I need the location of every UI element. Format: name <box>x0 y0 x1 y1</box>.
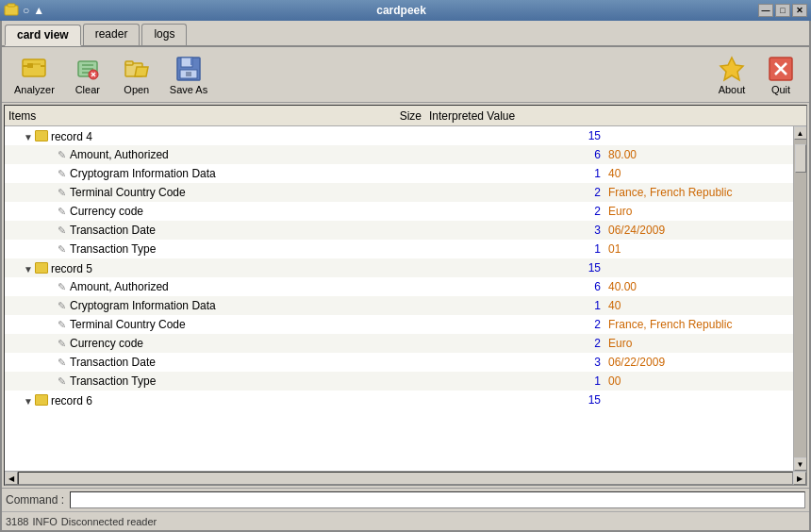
size-cell: 1 <box>557 296 604 315</box>
size-cell: 6 <box>557 145 604 164</box>
main-window: card view reader logs Analyzer <box>0 21 811 532</box>
folder-icon <box>35 394 48 406</box>
about-button[interactable]: About <box>709 50 754 99</box>
value-cell: Euro <box>604 334 793 353</box>
expand-icon[interactable]: ▼ <box>24 264 33 274</box>
command-input[interactable] <box>70 491 805 508</box>
title-bar: ○ ▲ cardpeek — □ ✕ <box>0 0 811 21</box>
status-code: 3188 <box>6 516 28 527</box>
value-cell <box>604 126 793 145</box>
analyzer-button[interactable]: Analyzer <box>8 50 61 99</box>
item-label: Transaction Date <box>70 224 156 237</box>
size-cell: 6 <box>557 277 604 296</box>
value-cell: 01 <box>604 240 793 258</box>
app-icon <box>4 3 19 18</box>
h-scroll-left[interactable]: ◀ <box>5 472 18 485</box>
value-cell: France, French Republic <box>604 315 793 334</box>
item-label: Cryptogram Information Data <box>70 167 216 180</box>
about-label: About <box>719 84 746 95</box>
value-cell: 80.00 <box>604 145 793 164</box>
size-cell: 2 <box>557 315 604 334</box>
edit-icon: ✎ <box>58 357 66 369</box>
table-row: ✎Cryptogram Information Data140 <box>5 164 793 183</box>
table-row: ✎Currency code2Euro <box>5 334 793 353</box>
size-cell: 1 <box>557 164 604 183</box>
quit-icon <box>766 54 796 84</box>
value-cell: 06/24/2009 <box>604 221 793 240</box>
table-row: ▼ record 415 <box>5 126 793 145</box>
window-controls: — □ ✕ <box>758 4 807 17</box>
size-cell: 3 <box>557 221 604 240</box>
quit-button[interactable]: Quit <box>758 50 803 99</box>
menu-btn[interactable]: ▲ <box>33 4 44 17</box>
size-cell: 15 <box>557 258 604 277</box>
edit-icon: ✎ <box>58 281 66 293</box>
svg-rect-6 <box>27 63 41 65</box>
item-label: Transaction Type <box>70 242 156 256</box>
value-cell: 40 <box>604 296 793 315</box>
clear-button[interactable]: Clear <box>65 50 110 99</box>
table-row: ▼ record 515 <box>5 258 793 277</box>
tab-logs[interactable]: logs <box>141 24 187 45</box>
status-text: Disconnected reader <box>61 516 157 527</box>
scroll-down-arrow[interactable]: ▼ <box>794 457 807 471</box>
folder-icon <box>35 130 48 141</box>
close-button[interactable]: ✕ <box>792 4 807 17</box>
size-cell: 2 <box>557 334 604 353</box>
saveas-button[interactable]: Save As <box>163 50 214 99</box>
minimize-button[interactable]: — <box>758 4 773 17</box>
value-cell: Euro <box>604 202 793 221</box>
size-cell: 2 <box>557 202 604 221</box>
scroll-track <box>794 140 807 457</box>
scroll-thumb[interactable] <box>795 144 806 173</box>
saveas-label: Save As <box>170 84 207 95</box>
edit-icon: ✎ <box>58 149 66 161</box>
clear-label: Clear <box>75 84 100 95</box>
maximize-button[interactable]: □ <box>775 4 790 17</box>
edit-icon: ✎ <box>58 168 66 180</box>
item-label: Terminal Country Code <box>70 186 186 199</box>
edit-icon: ✎ <box>58 243 66 256</box>
table-row: ✎Amount, Authorized640.00 <box>5 277 793 296</box>
window-title: cardpeek <box>44 4 758 17</box>
table-row: ✎Terminal Country Code2France, French Re… <box>5 183 793 202</box>
svg-rect-21 <box>186 72 191 76</box>
tree-header: Items Size Interpreted Value <box>5 106 806 126</box>
scroll-up-arrow[interactable]: ▲ <box>794 126 807 140</box>
title-bar-left: ○ ▲ <box>4 3 44 18</box>
tab-reader[interactable]: reader <box>83 24 141 45</box>
status-level: INFO <box>32 516 57 527</box>
edit-icon: ✎ <box>58 224 66 237</box>
svg-marker-16 <box>135 67 148 76</box>
analyzer-label: Analyzer <box>14 84 55 95</box>
size-cell: 1 <box>557 240 604 258</box>
expand-icon[interactable]: ▼ <box>24 132 33 142</box>
analyzer-icon <box>19 54 49 84</box>
item-label: Transaction Type <box>70 374 156 388</box>
size-cell: 2 <box>557 183 604 202</box>
table-row: ✎Transaction Type101 <box>5 240 793 258</box>
h-scrollbar[interactable] <box>18 472 793 485</box>
vertical-scrollbar: ▲ ▼ <box>793 126 806 471</box>
quit-label: Quit <box>771 84 790 95</box>
open-icon <box>122 54 152 84</box>
open-label: Open <box>124 84 149 95</box>
svg-rect-15 <box>125 61 133 65</box>
size-cell: 15 <box>557 391 604 409</box>
tab-card-view[interactable]: card view <box>5 25 81 46</box>
tree-scroll-container[interactable]: ▼ record 415✎Amount, Authorized680.00✎Cr… <box>5 126 793 471</box>
expand-icon[interactable]: ▼ <box>24 396 33 407</box>
svg-rect-5 <box>41 65 45 67</box>
h-scroll-right[interactable]: ▶ <box>793 472 806 485</box>
table-row: ✎Transaction Type100 <box>5 372 793 391</box>
open-button[interactable]: Open <box>114 50 159 99</box>
item-label: Amount, Authorized <box>70 148 169 161</box>
minimize-btn[interactable]: ○ <box>23 4 29 17</box>
edit-icon: ✎ <box>58 300 66 312</box>
svg-rect-2 <box>23 59 45 76</box>
edit-icon: ✎ <box>58 338 66 350</box>
command-bar: Command : <box>2 489 809 511</box>
record-label: record 4 <box>51 130 92 143</box>
value-cell: 40.00 <box>604 277 793 296</box>
col-header-size: Size <box>382 109 429 123</box>
